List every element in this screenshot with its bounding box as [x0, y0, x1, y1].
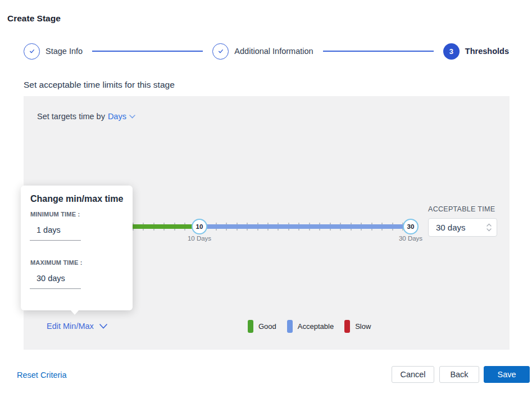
legend-item-good: Good: [248, 320, 276, 333]
stepper-step-thresholds[interactable]: 3 Thresholds: [443, 43, 509, 60]
slider-legend: Good Acceptable Slow: [248, 320, 381, 333]
set-targets-label: Set targets time by: [37, 112, 105, 121]
acceptable-time-input[interactable]: 30 days: [428, 218, 497, 237]
input-underline: [30, 288, 81, 289]
acceptable-time-label: ACCEPTABLE TIME: [428, 205, 495, 213]
stepper-step-stage-info[interactable]: Stage Info: [24, 43, 83, 60]
chevron-down-icon: [99, 324, 107, 329]
slider-handle-max[interactable]: 30: [403, 219, 419, 234]
step-label: Additional Information: [234, 47, 313, 56]
stepper-connector: [323, 51, 434, 52]
change-minmax-popup: Change min/max time MINIMUM TIME : 1 day…: [21, 186, 133, 310]
maximum-time-label: MAXIMUM TIME :: [30, 259, 83, 266]
legend-label: Slow: [355, 322, 371, 331]
input-underline: [30, 240, 81, 241]
legend-label: Good: [258, 322, 276, 331]
check-circle-icon: [24, 43, 40, 60]
step-label: Thresholds: [465, 47, 509, 56]
legend-item-slow: Slow: [344, 320, 371, 333]
slider-handle-min[interactable]: 10: [192, 219, 207, 234]
minimum-time-label: MINIMUM TIME :: [30, 211, 80, 218]
acceptable-swatch: [287, 320, 293, 333]
popup-title: Change min/max time: [30, 194, 123, 204]
popup-caret: [70, 310, 79, 315]
stepper-arrows[interactable]: [486, 219, 492, 236]
slider-max-label: 30 Days: [394, 235, 428, 242]
slider-track-acceptable[interactable]: [199, 224, 411, 229]
step-label: Stage Info: [46, 47, 83, 56]
maximum-time-input[interactable]: 30 days: [37, 274, 65, 283]
chevron-up-icon: [486, 223, 492, 227]
back-button[interactable]: Back: [439, 366, 479, 383]
minimum-time-input[interactable]: 1 days: [37, 225, 61, 234]
check-circle-icon: [212, 43, 229, 60]
acceptable-time-value: 30 days: [436, 223, 466, 232]
stepper-connector: [92, 51, 203, 52]
step-number-badge: 3: [443, 43, 460, 60]
legend-label: Acceptable: [298, 322, 334, 331]
create-stage-page: Create Stage Stage Info Additional Infor…: [0, 0, 532, 393]
slider-min-label: 10 Days: [183, 235, 216, 242]
chevron-down-icon: [129, 115, 135, 119]
cancel-button[interactable]: Cancel: [392, 366, 434, 383]
slow-swatch: [344, 320, 350, 333]
edit-minmax-label: Edit Min/Max: [47, 322, 94, 331]
edit-minmax-link[interactable]: Edit Min/Max: [47, 322, 107, 331]
stepper-step-additional-information[interactable]: Additional Information: [212, 43, 313, 60]
section-heading: Set acceptable time limits for this stag…: [24, 80, 175, 90]
page-title: Create Stage: [7, 13, 61, 24]
reset-criteria-link[interactable]: Reset Criteria: [17, 371, 67, 380]
legend-item-acceptable: Acceptable: [287, 320, 334, 333]
unit-dropdown[interactable]: Days: [108, 112, 135, 121]
set-targets-row: Set targets time by Days: [37, 112, 135, 121]
save-button[interactable]: Save: [484, 366, 530, 383]
unit-dropdown-value: Days: [108, 112, 126, 121]
good-swatch: [248, 320, 253, 333]
stepper: Stage Info Additional Information 3 Thre…: [24, 43, 509, 60]
chevron-down-icon: [486, 228, 492, 232]
